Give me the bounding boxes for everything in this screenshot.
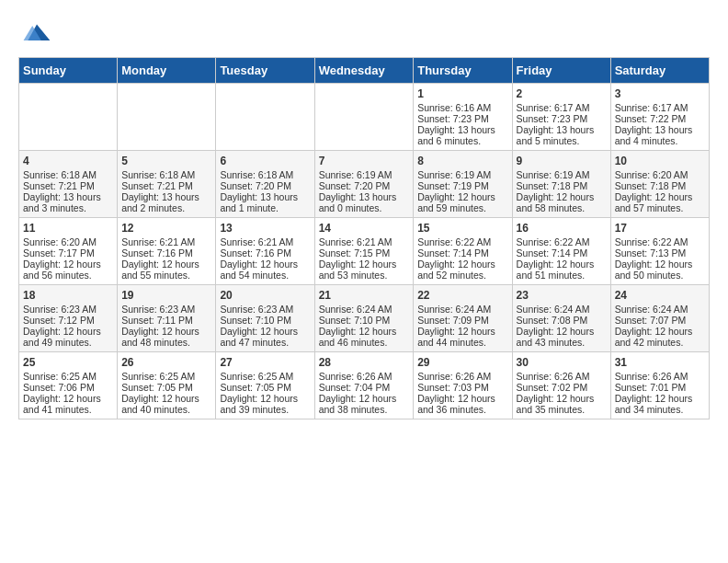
day-number: 20 — [220, 289, 310, 302]
weekday-header-friday: Friday — [512, 58, 610, 84]
day-number: 8 — [417, 155, 507, 167]
day-cell-12: 12Sunrise: 6:21 AMSunset: 7:16 PMDayligh… — [118, 218, 216, 285]
day-number: 15 — [417, 222, 507, 235]
day-cell-18: 18Sunrise: 6:23 AMSunset: 7:12 PMDayligh… — [19, 285, 118, 352]
day-number: 30 — [517, 356, 607, 369]
day-number: 16 — [517, 222, 607, 235]
day-cell-15: 15Sunrise: 6:22 AMSunset: 7:14 PMDayligh… — [414, 218, 512, 285]
page-header — [18, 18, 710, 48]
day-number: 28 — [319, 356, 410, 369]
empty-cell — [19, 84, 118, 151]
day-number: 31 — [615, 356, 705, 369]
day-cell-16: 16Sunrise: 6:22 AMSunset: 7:14 PMDayligh… — [512, 218, 610, 285]
day-number: 11 — [23, 222, 113, 235]
empty-cell — [314, 84, 414, 151]
day-number: 23 — [517, 289, 607, 302]
day-number: 24 — [615, 289, 705, 302]
day-cell-17: 17Sunrise: 6:22 AMSunset: 7:13 PMDayligh… — [610, 218, 709, 285]
day-cell-3: 3Sunrise: 6:17 AMSunset: 7:22 PMDaylight… — [610, 84, 709, 151]
day-number: 29 — [417, 356, 507, 369]
day-cell-22: 22Sunrise: 6:24 AMSunset: 7:09 PMDayligh… — [414, 285, 512, 352]
day-number: 12 — [121, 222, 211, 235]
day-cell-2: 2Sunrise: 6:17 AMSunset: 7:23 PMDaylight… — [512, 84, 610, 151]
day-cell-25: 25Sunrise: 6:25 AMSunset: 7:06 PMDayligh… — [19, 352, 118, 419]
day-cell-20: 20Sunrise: 6:23 AMSunset: 7:10 PMDayligh… — [216, 285, 314, 352]
day-number: 21 — [319, 289, 410, 302]
day-cell-29: 29Sunrise: 6:26 AMSunset: 7:03 PMDayligh… — [414, 352, 512, 419]
day-number: 2 — [517, 87, 607, 100]
empty-cell — [216, 84, 314, 151]
day-number: 6 — [220, 155, 310, 167]
day-number: 1 — [417, 87, 507, 100]
week-row-5: 25Sunrise: 6:25 AMSunset: 7:06 PMDayligh… — [19, 352, 710, 419]
week-row-3: 11Sunrise: 6:20 AMSunset: 7:17 PMDayligh… — [19, 218, 710, 285]
day-cell-14: 14Sunrise: 6:21 AMSunset: 7:15 PMDayligh… — [314, 218, 414, 285]
day-number: 13 — [220, 222, 310, 235]
day-number: 18 — [23, 289, 113, 302]
day-cell-6: 6Sunrise: 6:18 AMSunset: 7:20 PMDaylight… — [216, 151, 314, 218]
day-cell-26: 26Sunrise: 6:25 AMSunset: 7:05 PMDayligh… — [118, 352, 216, 419]
weekday-header-thursday: Thursday — [414, 58, 512, 84]
day-number: 4 — [23, 155, 113, 167]
day-cell-10: 10Sunrise: 6:20 AMSunset: 7:18 PMDayligh… — [610, 151, 709, 218]
logo-icon — [22, 18, 51, 48]
day-cell-21: 21Sunrise: 6:24 AMSunset: 7:10 PMDayligh… — [314, 285, 414, 352]
day-number: 7 — [319, 155, 410, 167]
logo — [18, 18, 51, 48]
day-cell-8: 8Sunrise: 6:19 AMSunset: 7:19 PMDaylight… — [414, 151, 512, 218]
day-cell-1: 1Sunrise: 6:16 AMSunset: 7:23 PMDaylight… — [414, 84, 512, 151]
day-number: 22 — [417, 289, 507, 302]
weekday-header-sunday: Sunday — [19, 58, 118, 84]
day-cell-28: 28Sunrise: 6:26 AMSunset: 7:04 PMDayligh… — [314, 352, 414, 419]
day-number: 9 — [517, 155, 607, 167]
week-row-1: 1Sunrise: 6:16 AMSunset: 7:23 PMDaylight… — [19, 84, 710, 151]
day-cell-19: 19Sunrise: 6:23 AMSunset: 7:11 PMDayligh… — [118, 285, 216, 352]
week-row-4: 18Sunrise: 6:23 AMSunset: 7:12 PMDayligh… — [19, 285, 710, 352]
week-row-2: 4Sunrise: 6:18 AMSunset: 7:21 PMDaylight… — [19, 151, 710, 218]
day-number: 26 — [121, 356, 211, 369]
day-cell-24: 24Sunrise: 6:24 AMSunset: 7:07 PMDayligh… — [610, 285, 709, 352]
day-cell-9: 9Sunrise: 6:19 AMSunset: 7:18 PMDaylight… — [512, 151, 610, 218]
day-cell-4: 4Sunrise: 6:18 AMSunset: 7:21 PMDaylight… — [19, 151, 118, 218]
day-number: 3 — [615, 87, 705, 100]
day-number: 19 — [121, 289, 211, 302]
day-cell-31: 31Sunrise: 6:26 AMSunset: 7:01 PMDayligh… — [610, 352, 709, 419]
day-cell-11: 11Sunrise: 6:20 AMSunset: 7:17 PMDayligh… — [19, 218, 118, 285]
day-cell-27: 27Sunrise: 6:25 AMSunset: 7:05 PMDayligh… — [216, 352, 314, 419]
day-cell-5: 5Sunrise: 6:18 AMSunset: 7:21 PMDaylight… — [118, 151, 216, 218]
day-cell-30: 30Sunrise: 6:26 AMSunset: 7:02 PMDayligh… — [512, 352, 610, 419]
empty-cell — [118, 84, 216, 151]
day-number: 25 — [23, 356, 113, 369]
day-number: 27 — [220, 356, 310, 369]
day-number: 14 — [319, 222, 410, 235]
calendar: SundayMondayTuesdayWednesdayThursdayFrid… — [18, 57, 710, 419]
weekday-header-monday: Monday — [118, 58, 216, 84]
day-number: 17 — [615, 222, 705, 235]
weekday-header-wednesday: Wednesday — [314, 58, 414, 84]
weekday-header-row: SundayMondayTuesdayWednesdayThursdayFrid… — [19, 58, 710, 84]
day-number: 10 — [615, 155, 705, 167]
day-cell-7: 7Sunrise: 6:19 AMSunset: 7:20 PMDaylight… — [314, 151, 414, 218]
day-cell-23: 23Sunrise: 6:24 AMSunset: 7:08 PMDayligh… — [512, 285, 610, 352]
day-number: 5 — [121, 155, 211, 167]
weekday-header-tuesday: Tuesday — [216, 58, 314, 84]
day-cell-13: 13Sunrise: 6:21 AMSunset: 7:16 PMDayligh… — [216, 218, 314, 285]
weekday-header-saturday: Saturday — [610, 58, 709, 84]
